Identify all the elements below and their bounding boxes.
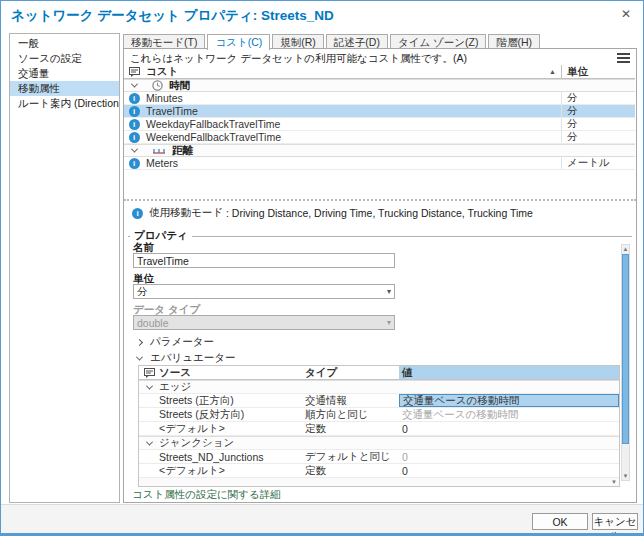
- splitter-handle[interactable]: [124, 199, 636, 202]
- cost-table-header: コスト ▲ 単位: [124, 65, 635, 79]
- cost-row-minutes[interactable]: i Minutes 分: [124, 92, 635, 105]
- type-column-header[interactable]: タイプ: [305, 366, 399, 380]
- tab-travel-modes[interactable]: 移動モード(T): [123, 34, 205, 49]
- info-icon[interactable]: i: [129, 132, 140, 143]
- evaluator-table-header: ソース タイプ 値: [139, 366, 619, 380]
- cost-column-header[interactable]: コスト ▲: [144, 65, 561, 79]
- info-icon[interactable]: i: [129, 119, 140, 130]
- chevron-right-icon: [136, 338, 143, 345]
- selected-value-cell[interactable]: 交通量ベースの移動時間: [399, 394, 619, 407]
- scroll-down-icon[interactable]: ▼: [622, 472, 629, 480]
- evaluator-comment-icon: [139, 368, 159, 378]
- chevron-down-icon: ▾: [387, 318, 391, 327]
- evaluator-row-streets-reverse[interactable]: Streets (反対方向) 順方向と同じ 交通量ベースの移動時間: [139, 408, 619, 422]
- info-icon: i: [132, 208, 143, 219]
- properties-group: プロパティ 名前 単位 分 ▾ データ タイプ double ▾ パラメーター …: [128, 236, 632, 483]
- properties-scrollbar[interactable]: ▲ ▼: [621, 244, 630, 481]
- menu-icon[interactable]: [617, 53, 630, 63]
- evaluator-row-junctions[interactable]: Streets_ND_Junctions デフォルトと同じ 0: [139, 450, 619, 464]
- info-icon[interactable]: i: [129, 158, 140, 169]
- scroll-down-icon[interactable]: ▼: [611, 479, 619, 485]
- evaluators-expander[interactable]: エバリュエーター: [137, 351, 235, 365]
- chevron-down-icon: [130, 81, 137, 88]
- tab-bar: 移動モード(T) コスト(C) 規制(R) 記述子(D) タイム ゾーン(Z) …: [123, 33, 542, 49]
- unit-column-header[interactable]: 単位: [561, 65, 635, 78]
- usage-label: 使用移動モード: [149, 206, 223, 220]
- evaluator-group-edges[interactable]: エッジ: [139, 380, 619, 394]
- scrollbar-thumb[interactable]: [622, 254, 629, 444]
- clock-icon: [152, 80, 163, 91]
- evaluator-table: ソース タイプ 値 エッジ Streets (正方向) 交通情報 交通量ベースの…: [138, 365, 620, 487]
- cost-row-traveltime[interactable]: i TravelTime 分: [124, 105, 635, 118]
- cost-attributes-table: コスト ▲ 単位 時間 i Minutes 分 i TravelTime: [124, 65, 635, 170]
- sidebar-item-travel-attributes[interactable]: 移動属性: [10, 81, 119, 96]
- name-input[interactable]: [133, 253, 395, 268]
- evaluator-row-streets-forward[interactable]: Streets (正方向) 交通情報 交通量ベースの移動時間: [139, 394, 619, 408]
- panel-description: これらはネットワーク データセットの利用可能なコスト属性です。(A): [130, 52, 467, 64]
- info-icon[interactable]: i: [129, 93, 140, 104]
- sidebar-item-traffic[interactable]: 交通量: [10, 66, 119, 81]
- dialog-title: ネットワーク データセット プロパティ: Streets_ND: [11, 7, 334, 25]
- title-bar: ネットワーク データセット プロパティ: Streets_ND ✕: [1, 1, 643, 31]
- datatype-select: double ▾: [133, 315, 395, 330]
- tab-hierarchy[interactable]: 階層(H): [488, 34, 540, 49]
- parameters-expander[interactable]: パラメーター: [137, 335, 214, 349]
- chevron-down-icon: [130, 146, 137, 153]
- value-column-header[interactable]: 値: [399, 366, 619, 379]
- sidebar-item-directions[interactable]: ルート案内 (Directions): [10, 96, 119, 111]
- scroll-up-icon[interactable]: ▲: [622, 245, 629, 253]
- dialog-footer: OK キャンセル: [1, 504, 643, 534]
- close-icon[interactable]: ✕: [621, 7, 631, 21]
- evaluator-scroll-strip[interactable]: ▼: [139, 478, 619, 486]
- tab-costs[interactable]: コスト(C): [207, 34, 270, 50]
- unit-select[interactable]: 分 ▾: [133, 284, 395, 299]
- sort-ascending-icon: ▲: [549, 68, 561, 75]
- sidebar-item-general[interactable]: 一般: [10, 36, 119, 51]
- usage-value: : Driving Distance, Driving Time, Trucki…: [226, 207, 533, 219]
- ok-button[interactable]: OK: [532, 513, 588, 530]
- sidebar: 一般 ソースの設定 交通量 移動属性 ルート案内 (Directions): [9, 33, 120, 503]
- cost-row-meters[interactable]: i Meters メートル: [124, 157, 635, 170]
- chevron-down-icon: [136, 353, 143, 360]
- info-icon[interactable]: i: [129, 106, 140, 117]
- cancel-button[interactable]: キャンセル: [592, 513, 638, 530]
- sidebar-item-source-settings[interactable]: ソースの設定: [10, 51, 119, 66]
- tab-restrictions[interactable]: 規制(R): [272, 34, 324, 49]
- cost-group-distance[interactable]: 距離: [124, 144, 635, 157]
- evaluator-row-edge-default[interactable]: <デフォルト> 定数 0: [139, 422, 619, 436]
- network-dataset-properties-dialog: ネットワーク データセット プロパティ: Streets_ND ✕ 一般 ソース…: [0, 0, 644, 536]
- chevron-down-icon: ▾: [387, 287, 391, 296]
- chevron-down-icon: [145, 382, 152, 389]
- evaluator-row-junction-default[interactable]: <デフォルト> 定数 0: [139, 464, 619, 478]
- distance-icon: [152, 146, 166, 156]
- usage-travel-modes: i 使用移動モード : Driving Distance, Driving Ti…: [132, 206, 533, 220]
- cost-row-weekday-fallback[interactable]: i WeekdayFallbackTravelTime 分: [124, 118, 635, 131]
- tab-descriptors[interactable]: 記述子(D): [326, 34, 388, 49]
- costs-panel: これらはネットワーク データセットの利用可能なコスト属性です。(A) コスト ▲…: [123, 48, 637, 503]
- evaluator-comment-icon: [124, 67, 144, 77]
- source-column-header[interactable]: ソース: [159, 366, 305, 380]
- evaluator-group-junctions[interactable]: ジャンクション: [139, 436, 619, 450]
- tab-time-zones[interactable]: タイム ゾーン(Z): [390, 34, 487, 49]
- cost-group-time[interactable]: 時間: [124, 79, 635, 92]
- cost-settings-help-link[interactable]: コスト属性の設定に関する詳細: [132, 488, 281, 502]
- chevron-down-icon: [145, 438, 152, 445]
- cost-row-weekend-fallback[interactable]: i WeekendFallbackTravelTime 分: [124, 131, 635, 144]
